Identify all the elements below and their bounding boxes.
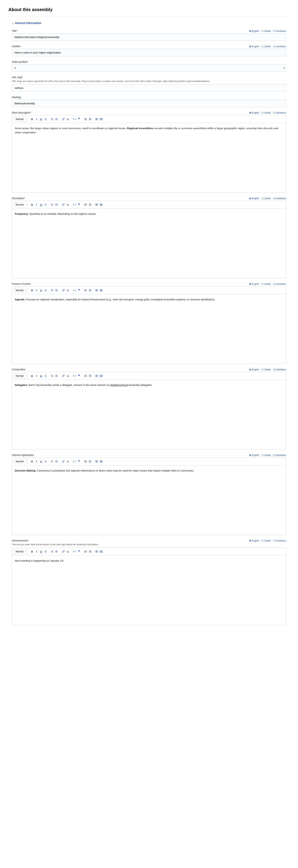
underline-button[interactable]: U <box>39 459 43 464</box>
video-button[interactable] <box>94 117 99 121</box>
lang-tab-castellano[interactable]: Castellano <box>273 539 286 542</box>
format-dropdown[interactable]: Normal <box>14 288 28 293</box>
lang-tab-castellano[interactable]: Castellano <box>273 454 286 456</box>
composition-content[interactable]: Delegates: Each City Assembly sends a de… <box>12 380 286 449</box>
link-button[interactable] <box>61 117 65 121</box>
erase-button[interactable] <box>66 203 70 207</box>
indent-button[interactable] <box>88 459 92 464</box>
link-button[interactable] <box>61 374 65 378</box>
indent-button[interactable] <box>88 117 92 121</box>
bullet-list-button[interactable] <box>55 374 59 378</box>
quote-button[interactable]: ❝ <box>77 459 81 464</box>
quote-button[interactable]: ❝ <box>77 550 81 554</box>
bullet-list-button[interactable] <box>55 203 59 207</box>
image-button[interactable] <box>99 203 103 207</box>
code-button[interactable] <box>72 459 77 464</box>
format-dropdown[interactable]: Normal <box>14 549 28 554</box>
format-dropdown[interactable]: Normal <box>14 202 28 207</box>
erase-button[interactable] <box>66 374 70 378</box>
lang-tab-english[interactable]: English <box>249 112 259 114</box>
lang-tab-castellano[interactable]: Castellano <box>273 283 286 285</box>
underline-button[interactable]: U <box>39 550 43 554</box>
italic-button[interactable]: I <box>34 550 38 554</box>
underline-button[interactable]: U <box>39 117 43 121</box>
italic-button[interactable]: I <box>34 117 38 121</box>
lang-tab-català[interactable]: Català <box>262 368 271 371</box>
italic-button[interactable]: I <box>34 374 38 378</box>
link-button[interactable] <box>61 203 65 207</box>
bold-button[interactable]: B <box>30 374 34 378</box>
bold-button[interactable]: B <box>30 288 34 292</box>
outdent-button[interactable] <box>83 117 88 121</box>
erase-button[interactable] <box>66 459 70 464</box>
bold-button[interactable]: B <box>30 117 34 121</box>
lang-tab-english[interactable]: English <box>249 283 259 285</box>
announcement-content[interactable]: Next meeting is happening on January 15! <box>12 556 286 625</box>
section-toggle-general-information[interactable]: ⌄ General Information <box>8 22 290 25</box>
italic-button[interactable]: I <box>34 203 38 207</box>
erase-button[interactable] <box>66 117 70 121</box>
lang-tab-english[interactable]: English <box>249 539 259 542</box>
outdent-button[interactable] <box>83 288 88 292</box>
video-button[interactable] <box>94 288 99 292</box>
lang-tab-english[interactable]: English <box>249 454 259 456</box>
ordered-list-button[interactable]: 123 <box>50 203 54 207</box>
bullet-list-button[interactable] <box>55 459 59 464</box>
lang-tab-castellano[interactable]: Castellano <box>273 112 286 114</box>
lang-tab-castellano[interactable]: Castellano <box>273 197 286 199</box>
outdent-button[interactable] <box>83 374 88 378</box>
underline-button[interactable]: U <box>39 203 43 207</box>
lang-tab-català[interactable]: Català <box>262 454 271 456</box>
format-dropdown[interactable]: Normal <box>14 373 28 378</box>
lang-tab-català[interactable]: Català <box>262 30 271 32</box>
italic-button[interactable]: I <box>34 288 38 292</box>
bullet-list-button[interactable] <box>55 117 59 121</box>
strike-button[interactable] <box>44 203 48 207</box>
description-content[interactable]: Frequency: Quarterly or as needed, depen… <box>12 209 286 278</box>
bullet-list-button[interactable] <box>55 288 59 292</box>
lang-tab-català[interactable]: Català <box>262 283 271 285</box>
quote-button[interactable]: ❝ <box>77 374 81 378</box>
code-button[interactable] <box>72 117 77 121</box>
ordered-list-button[interactable]: 123 <box>50 288 54 292</box>
indent-button[interactable] <box>88 550 92 554</box>
bold-button[interactable]: B <box>30 550 34 554</box>
outdent-button[interactable] <box>83 203 88 207</box>
lang-tab-english[interactable]: English <box>249 30 259 32</box>
strike-button[interactable] <box>44 550 48 554</box>
title-input[interactable] <box>12 33 286 41</box>
indent-button[interactable] <box>88 288 92 292</box>
internal_org-content[interactable]: Decision-Making: Consensus is prioritize… <box>12 465 286 535</box>
italic-button[interactable]: I <box>34 459 38 464</box>
lang-tab-english[interactable]: English <box>249 368 259 371</box>
erase-button[interactable] <box>66 288 70 292</box>
bullet-list-button[interactable] <box>55 550 59 554</box>
bold-button[interactable]: B <box>30 459 34 464</box>
video-button[interactable] <box>94 374 99 378</box>
format-dropdown[interactable]: Normal <box>14 117 28 122</box>
lang-tab-castellano[interactable]: Castellano <box>273 30 286 32</box>
image-button[interactable] <box>99 459 103 464</box>
quote-button[interactable]: ❝ <box>77 288 81 292</box>
strike-button[interactable] <box>44 117 48 121</box>
lang-tab-english[interactable]: English <box>249 197 259 199</box>
purpose-content[interactable]: Agenda: Focuses on regional coordination… <box>12 294 286 364</box>
code-button[interactable] <box>72 374 77 378</box>
order-position-input[interactable] <box>12 64 286 72</box>
image-button[interactable] <box>99 288 103 292</box>
lang-tab-castellano[interactable]: Castellano <box>273 368 286 371</box>
lang-tab-català[interactable]: Català <box>262 197 271 199</box>
underline-button[interactable]: U <box>39 288 43 292</box>
lang-tab-english[interactable]: English <box>249 45 259 48</box>
hashtag-input[interactable] <box>12 100 286 107</box>
lang-tab-català[interactable]: Català <box>262 112 271 114</box>
underline-button[interactable]: U <box>39 374 43 378</box>
quote-button[interactable]: ❝ <box>77 117 81 121</box>
code-button[interactable] <box>72 203 77 207</box>
short_desc-content[interactable]: Some areas, like larger urban regions or… <box>12 123 286 192</box>
code-button[interactable] <box>72 550 77 554</box>
format-dropdown[interactable]: Normal <box>14 459 28 464</box>
strike-button[interactable] <box>44 374 48 378</box>
lang-tab-castellano[interactable]: Castellano <box>273 45 286 48</box>
subtitle-input[interactable] <box>12 49 286 56</box>
